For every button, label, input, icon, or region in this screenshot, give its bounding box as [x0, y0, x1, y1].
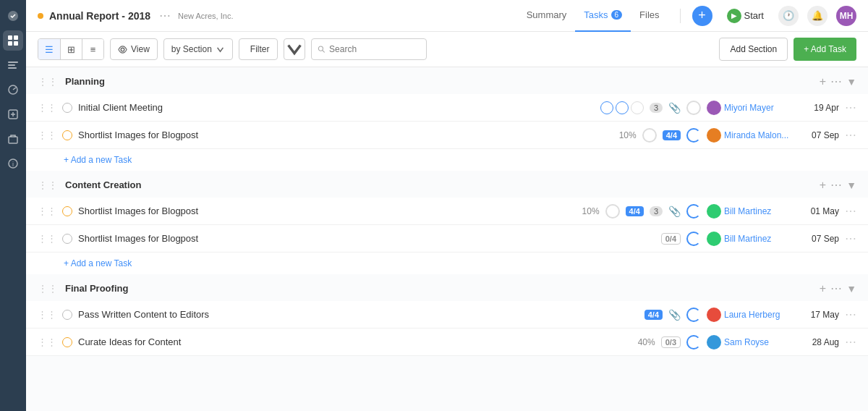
task-badge: 4/4: [663, 130, 681, 140]
section-content-creation-title: Content Creation: [65, 179, 814, 190]
table-row[interactable]: ⋮⋮ Shortlist Images for Blogpost 10% 4/4…: [26, 122, 868, 149]
task-more-icon[interactable]: ⋯: [845, 101, 856, 114]
view-grid-button[interactable]: ☰: [38, 39, 60, 59]
section-more-icon[interactable]: ⋯: [830, 281, 842, 295]
task-name: Curate Ideas for Content: [78, 336, 621, 347]
tab-files[interactable]: Files: [631, 0, 668, 32]
task-percent: 40%: [626, 337, 655, 347]
table-row[interactable]: ⋮⋮ Pass Written Content to Editors 4/4 📎…: [26, 301, 868, 329]
view-board-button[interactable]: ⊞: [60, 39, 82, 59]
task-badge: 4/4: [644, 310, 663, 320]
task-status-circle: [686, 101, 701, 115]
task-assignee[interactable]: Bill Martinez: [724, 234, 771, 244]
task-assignee[interactable]: Miranda Malon...: [724, 130, 788, 140]
search-input[interactable]: [329, 44, 420, 54]
table-row[interactable]: ⋮⋮ Shortlist Images for Blogpost 10% 4/4…: [26, 198, 868, 225]
section-collapse-icon[interactable]: ▼: [846, 283, 856, 295]
user-avatar[interactable]: MH: [836, 6, 856, 26]
task-drag-handle[interactable]: ⋮⋮: [38, 336, 56, 347]
section-final-proofing: ⋮⋮ Final Proofing + ⋯ ▼ ⋮⋮ Pass Written …: [26, 274, 868, 356]
section-more-icon[interactable]: ⋯: [830, 75, 842, 88]
task-checkbox[interactable]: [62, 337, 72, 347]
sidebar-item-tasks[interactable]: [3, 55, 23, 75]
task-more-icon[interactable]: ⋯: [845, 128, 856, 142]
add-task-link[interactable]: + Add a new Task: [26, 149, 868, 171]
task-status-spin: [686, 232, 701, 246]
view-list-button[interactable]: ≡: [82, 39, 103, 59]
start-button[interactable]: ▶ Start: [721, 6, 770, 26]
circle-1: [600, 101, 613, 114]
task-date: 01 May: [799, 206, 839, 216]
task-more-icon[interactable]: ⋯: [845, 308, 856, 321]
content-area: ⋮⋮ Planning + ⋯ ▼ ⋮⋮ Initial Client Meet…: [26, 67, 868, 411]
section-add-icon[interactable]: +: [820, 179, 826, 192]
task-drag-handle[interactable]: ⋮⋮: [38, 102, 56, 113]
task-assignee[interactable]: Miyori Mayer: [724, 103, 774, 113]
sidebar: i: [0, 0, 26, 411]
section-drag-handle[interactable]: ⋮⋮: [38, 179, 58, 191]
sidebar-item-info[interactable]: i: [3, 153, 23, 174]
add-action-button[interactable]: +: [692, 6, 712, 26]
section-collapse-icon[interactable]: ▼: [846, 76, 856, 88]
add-section-button[interactable]: Add Section: [719, 38, 788, 61]
play-icon: ▶: [727, 9, 741, 23]
svg-point-13: [121, 48, 124, 51]
tab-tasks[interactable]: Tasks 6: [575, 0, 631, 32]
section-drag-handle[interactable]: ⋮⋮: [38, 283, 58, 295]
task-more-icon[interactable]: ⋯: [845, 335, 856, 349]
section-more-icon[interactable]: ⋯: [830, 178, 842, 192]
task-assignee[interactable]: Sam Royse: [724, 337, 769, 347]
sidebar-item-portfolio[interactable]: [3, 129, 23, 149]
task-assignee[interactable]: Bill Martinez: [724, 206, 771, 216]
add-task-button[interactable]: + Add Task: [793, 38, 856, 61]
table-row[interactable]: ⋮⋮ Initial Client Meeting 3 📎 Miyori May…: [26, 94, 868, 122]
task-checkbox[interactable]: [62, 206, 72, 216]
group-by-button[interactable]: by Section: [163, 38, 233, 60]
task-assignee[interactable]: Laura Herberg: [724, 310, 780, 320]
section-content-creation-header: ⋮⋮ Content Creation + ⋯ ▼: [26, 171, 868, 198]
section-add-icon[interactable]: +: [820, 282, 826, 295]
table-row[interactable]: ⋮⋮ Curate Ideas for Content 40% 0/3 Sam …: [26, 329, 868, 356]
task-drag-handle[interactable]: ⋮⋮: [38, 130, 56, 140]
svg-rect-5: [8, 62, 18, 63]
sidebar-logo[interactable]: [3, 6, 23, 26]
nav-tabs: Summary Tasks 6 Files: [518, 0, 668, 32]
svg-rect-2: [14, 35, 18, 40]
section-final-proofing-header: ⋮⋮ Final Proofing + ⋯ ▼: [26, 274, 868, 301]
task-name: Shortlist Images for Blogpost: [78, 206, 565, 216]
sort-button[interactable]: [284, 38, 305, 60]
section-content-creation-actions: + ⋯ ▼: [820, 178, 856, 192]
tasks-badge: 6: [611, 10, 623, 20]
sidebar-item-goals[interactable]: [3, 104, 23, 124]
task-date: 28 Aug: [799, 337, 839, 347]
sidebar-item-reports[interactable]: [3, 80, 23, 100]
task-avatar: Miyori Mayer: [707, 101, 793, 115]
task-status-empty: [642, 128, 657, 143]
bell-icon[interactable]: 🔔: [807, 6, 827, 26]
task-checkbox[interactable]: [62, 130, 72, 140]
section-planning-actions: + ⋯ ▼: [820, 75, 856, 88]
task-count-badge: 3: [650, 206, 663, 216]
section-final-proofing-title: Final Proofing: [65, 283, 814, 294]
task-name: Initial Client Meeting: [78, 102, 595, 113]
task-attach-icon: 📎: [668, 309, 681, 321]
table-row[interactable]: ⋮⋮ Shortlist Images for Blogpost 0/4 Bil…: [26, 225, 868, 253]
task-checkbox[interactable]: [62, 310, 72, 320]
task-checkbox[interactable]: [62, 234, 72, 244]
project-more-icon[interactable]: ⋯: [159, 9, 171, 22]
section-collapse-icon[interactable]: ▼: [846, 179, 856, 191]
add-task-link[interactable]: + Add a new Task: [26, 253, 868, 274]
filter-button[interactable]: Filter: [239, 38, 278, 60]
timer-icon[interactable]: 🕐: [778, 6, 799, 26]
task-drag-handle[interactable]: ⋮⋮: [38, 233, 56, 244]
task-drag-handle[interactable]: ⋮⋮: [38, 309, 56, 320]
section-drag-handle[interactable]: ⋮⋮: [38, 76, 58, 88]
tab-summary[interactable]: Summary: [518, 0, 576, 32]
task-more-icon[interactable]: ⋯: [845, 232, 856, 245]
sidebar-item-home[interactable]: [3, 30, 23, 51]
task-drag-handle[interactable]: ⋮⋮: [38, 206, 56, 216]
section-add-icon[interactable]: +: [820, 75, 826, 88]
view-button[interactable]: View: [110, 38, 158, 60]
task-more-icon[interactable]: ⋯: [845, 204, 856, 218]
task-checkbox[interactable]: [62, 103, 72, 113]
